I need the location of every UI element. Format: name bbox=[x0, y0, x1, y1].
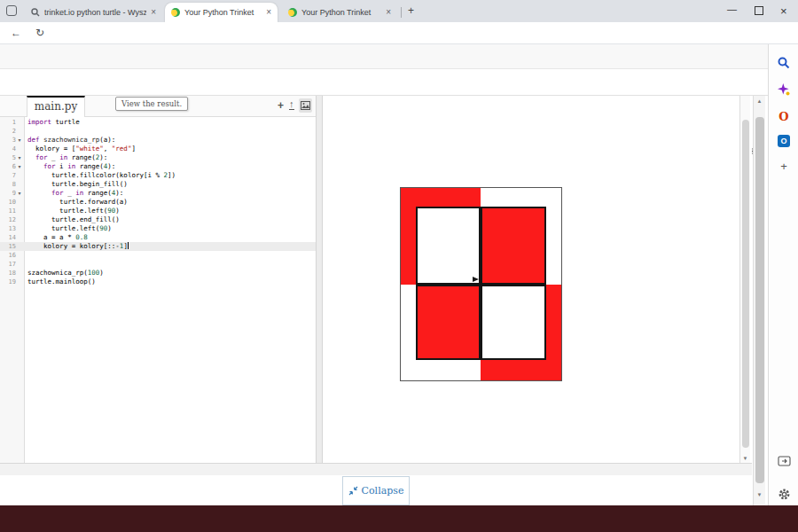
sidebar-office-icon[interactable]: O bbox=[769, 110, 798, 123]
code-line[interactable]: 2 bbox=[0, 127, 316, 136]
browser-tab-search[interactable]: trinket.io python turtle - Wyszuk × bbox=[25, 3, 162, 22]
line-number: 19 bbox=[0, 278, 16, 286]
code-text: import turtle bbox=[23, 118, 80, 127]
inner-square-bottom-right bbox=[481, 285, 546, 360]
reload-button[interactable]: ↻ bbox=[35, 27, 44, 39]
code-line[interactable]: 12 turtle.end_fill() bbox=[0, 215, 316, 224]
page-scrollbar-thumb[interactable] bbox=[755, 117, 764, 483]
code-line[interactable]: 13 turtle.left(90) bbox=[0, 224, 316, 233]
screen: trinket.io python turtle - Wyszuk × Your… bbox=[0, 0, 798, 532]
windows-taskbar: Wpisz tu wyszukiwane słowa ? 4°C Pochmur… bbox=[0, 505, 798, 532]
fold-arrow-icon[interactable]: ▾ bbox=[16, 136, 23, 145]
code-line[interactable]: 14 a = a * 0.8 bbox=[0, 233, 316, 242]
code-text: for _ in range(4): bbox=[23, 189, 123, 198]
page-scrollbar[interactable]: ▲ ▼ bbox=[753, 96, 765, 505]
code-line[interactable]: 18szachownica_rp(100) bbox=[0, 269, 316, 278]
code-line[interactable]: 8 turtle.begin_fill() bbox=[0, 180, 316, 189]
turtle-output-panel: ▼ bbox=[323, 96, 752, 463]
code-line[interactable]: 19turtle.mainloop() bbox=[0, 278, 316, 286]
tab-close-icon[interactable]: × bbox=[151, 8, 156, 17]
code-line[interactable]: 16 bbox=[0, 251, 316, 260]
scroll-up-icon[interactable]: ▲ bbox=[754, 98, 765, 104]
fold-arrow-icon[interactable]: ▾ bbox=[16, 153, 23, 162]
tab-actions-icon[interactable] bbox=[6, 5, 17, 16]
browser-tab-trinket-active[interactable]: Your Python Trinket × bbox=[165, 3, 278, 22]
panel-divider[interactable] bbox=[316, 96, 323, 463]
trinket-site-nav: trinket ★Plans Learn ?Help Sign Up Log I… bbox=[0, 44, 768, 69]
code-text: a = a * 0.8 bbox=[23, 233, 88, 242]
sidebar-search-icon[interactable] bbox=[769, 57, 798, 73]
output-scrollbar-thumb[interactable] bbox=[742, 120, 749, 448]
browser-tab-strip: trinket.io python turtle - Wyszuk × Your… bbox=[0, 0, 798, 22]
code-text: kolory = ["white", "red"] bbox=[23, 145, 136, 153]
trinket-embed-toolbar: trinket ▶Run ▾ ?Modules Share ▾ Remix bbox=[0, 69, 768, 96]
scroll-down-icon[interactable]: ▼ bbox=[754, 492, 765, 497]
code-text: turtle.fillcolor(kolory[i % 2]) bbox=[23, 171, 176, 180]
minimize-button[interactable]: — bbox=[727, 4, 737, 14]
code-line[interactable]: 6▾ for i in range(4): bbox=[0, 162, 316, 171]
code-line[interactable]: 7 turtle.fillcolor(kolory[i % 2]) bbox=[0, 171, 316, 180]
line-number: 14 bbox=[0, 234, 16, 241]
code-line[interactable]: 1import turtle bbox=[0, 118, 316, 127]
line-number: 12 bbox=[0, 216, 16, 223]
line-number: 2 bbox=[0, 128, 16, 135]
sidebar-outlook-icon[interactable]: O bbox=[769, 135, 798, 147]
output-scrollbar[interactable]: ▼ bbox=[739, 96, 750, 463]
code-editor[interactable]: 1import turtle23▾def szachownica_rp(a):4… bbox=[0, 117, 316, 463]
code-text: turtle.end_fill() bbox=[23, 215, 120, 224]
sidebar-copilot-sparkle-icon[interactable] bbox=[769, 83, 798, 99]
code-line[interactable]: 3▾def szachownica_rp(a): bbox=[0, 136, 316, 145]
line-number: 15 bbox=[0, 243, 16, 250]
sidebar-hide-icon[interactable] bbox=[769, 454, 798, 470]
turtle-cursor-icon bbox=[473, 277, 479, 282]
embed-bottom-strip bbox=[0, 463, 752, 475]
new-tab-button[interactable]: + bbox=[408, 4, 414, 17]
back-button[interactable]: ← bbox=[11, 27, 21, 39]
code-text: kolory = kolory[::-1] bbox=[23, 242, 129, 251]
code-text: def szachownica_rp(a): bbox=[23, 136, 115, 145]
code-line[interactable]: 9▾ for _ in range(4): bbox=[0, 189, 316, 198]
collapse-button[interactable]: Collapse bbox=[342, 476, 410, 505]
line-number: 10 bbox=[0, 199, 16, 206]
collapse-arrows-icon bbox=[348, 486, 358, 496]
code-line[interactable]: 11 turtle.left(90) bbox=[0, 207, 316, 215]
code-line[interactable]: 10 turtle.forward(a) bbox=[0, 198, 316, 207]
code-text: szachownica_rp(100) bbox=[23, 269, 104, 278]
code-line[interactable]: 15 kolory = kolory[::-1] bbox=[0, 242, 316, 251]
code-text: turtle.forward(a) bbox=[23, 198, 128, 207]
code-line[interactable]: 4 kolory = ["white", "red"] bbox=[0, 145, 316, 153]
tab-close-icon[interactable]: × bbox=[266, 8, 271, 17]
view-result-tooltip: View the result. bbox=[115, 97, 188, 111]
image-view-button[interactable] bbox=[299, 98, 312, 113]
code-text: turtle.left(90) bbox=[23, 224, 112, 233]
fold-arrow-icon[interactable]: ▾ bbox=[16, 162, 23, 171]
code-lines: 1import turtle23▾def szachownica_rp(a):4… bbox=[0, 118, 316, 286]
line-number: 16 bbox=[0, 252, 16, 259]
code-line[interactable]: 5▾ for _ in range(2): bbox=[0, 153, 316, 162]
code-text: for i in range(4): bbox=[23, 162, 115, 171]
sidebar-settings-gear-icon[interactable] bbox=[769, 488, 798, 505]
browser-toolbar: ← ↻ https://trinket.io/python A aA ☆ ☆ … bbox=[0, 22, 798, 44]
upload-file-icon[interactable]: ↑ bbox=[289, 99, 294, 110]
line-number: 9 bbox=[0, 190, 16, 197]
line-number: 8 bbox=[0, 181, 16, 188]
fold-arrow-icon[interactable]: ▾ bbox=[16, 189, 23, 198]
line-number: 3 bbox=[0, 137, 16, 144]
scroll-down-icon[interactable]: ▼ bbox=[740, 456, 750, 461]
restore-button[interactable] bbox=[755, 6, 763, 15]
code-line[interactable]: 17 bbox=[0, 260, 316, 269]
line-number: 17 bbox=[0, 261, 16, 268]
code-text: turtle.left(90) bbox=[23, 207, 120, 215]
file-tab-mainpy[interactable]: main.py bbox=[27, 96, 85, 117]
tab-close-icon[interactable]: × bbox=[386, 8, 391, 17]
line-number: 7 bbox=[0, 172, 16, 179]
tab-separator bbox=[401, 7, 402, 18]
line-number: 5 bbox=[0, 154, 16, 161]
image-icon bbox=[301, 101, 310, 110]
add-file-button[interactable]: + bbox=[278, 99, 284, 112]
close-button[interactable]: × bbox=[780, 4, 787, 18]
turtle-checkerboard bbox=[400, 187, 562, 381]
line-number: 13 bbox=[0, 225, 16, 232]
sidebar-add-icon[interactable]: + bbox=[769, 160, 798, 173]
browser-tab-trinket-2[interactable]: Your Python Trinket × bbox=[282, 3, 397, 22]
